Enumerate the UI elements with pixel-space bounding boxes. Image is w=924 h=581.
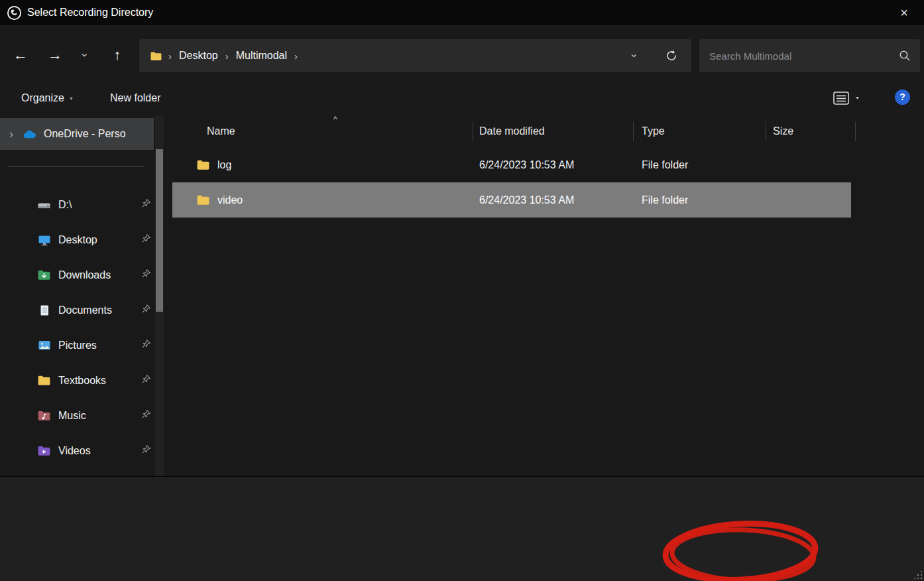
expand-chevron-icon[interactable]: › [9,127,13,141]
downloads-icon [37,269,51,281]
folder-icon [196,194,210,206]
desktop-icon [37,234,51,246]
pin-icon [141,409,151,422]
column-header-name[interactable]: Name [207,125,235,137]
refresh-icon[interactable] [665,49,678,62]
sidebar-item-label: Textbooks [58,375,106,387]
file-name-cell: log [196,159,231,171]
address-dropdown-chevron[interactable]: › [632,50,636,62]
caret-down-icon: ▼ [69,96,74,101]
breadcrumb-separator-icon: › [168,50,172,62]
sidebar-scrollbar-thumb[interactable] [156,149,163,312]
file-row-video[interactable]: video 6/24/2023 10:53 AM File folder [172,182,851,218]
breadcrumb-item-multimodal[interactable]: Multimodal [236,50,287,62]
file-row-log[interactable]: log 6/24/2023 10:53 AM File folder [172,147,924,182]
resize-grip[interactable] [915,572,923,580]
chevron-down-icon: › [628,54,640,57]
sidebar-item-videos[interactable]: Videos [0,433,172,468]
breadcrumb-item-desktop[interactable]: Desktop [179,50,218,62]
view-caret-icon[interactable]: ▼ [855,96,860,100]
pin-icon [141,269,151,281]
sidebar-item-pictures[interactable]: Pictures [0,328,172,363]
organize-button[interactable]: Organize▼ [21,92,74,104]
pin-icon [141,304,151,316]
sidebar-divider [8,166,144,166]
pin-icon [141,444,151,457]
file-name-label: log [217,159,231,171]
search-box [699,39,920,72]
file-date-cell: 6/24/2023 10:53 AM [479,159,574,171]
sidebar-item-documents[interactable]: Documents [0,292,172,328]
sidebar-item-music[interactable]: Music [0,398,172,433]
folder-icon [37,375,51,387]
select-recording-directory-dialog: Select Recording Directory × ← → › ↑ › D… [0,0,924,581]
onedrive-icon [23,128,36,140]
music-icon [37,410,51,422]
column-divider[interactable] [633,121,634,141]
sidebar: › OneDrive - Perso [0,116,172,476]
new-folder-button[interactable]: New folder [110,92,160,104]
titlebar: Select Recording Directory × [0,0,924,25]
recent-locations-chevron[interactable]: › [77,48,93,62]
file-type-cell: File folder [642,159,688,171]
sidebar-item-label: OneDrive - Perso [44,128,126,140]
pin-icon [141,339,151,352]
column-header-size[interactable]: Size [773,125,793,137]
file-date-cell: 6/24/2023 10:53 AM [479,194,574,206]
breadcrumb-separator-icon: › [225,50,229,62]
sidebar-item-textbooks[interactable]: Textbooks [0,363,172,398]
chevron-down-icon: › [78,53,91,57]
drive-icon [37,199,51,211]
file-list-header: ^ Name Date modified Type Size [172,116,924,147]
column-divider[interactable] [473,121,473,141]
command-toolbar: Organize▼ New folder ▼ ? [0,82,924,114]
dialog-content: › OneDrive - Perso [0,116,924,476]
dialog-footer: Folder: Select Folder Cancel [0,476,924,581]
file-list: ^ Name Date modified Type Size log 6/24/… [172,116,924,476]
sidebar-item-label: Downloads [58,269,111,281]
sort-ascending-icon: ^ [333,115,337,124]
sidebar-item-label: Pictures [58,340,97,352]
file-name-label: video [217,194,243,206]
breadcrumb-separator-icon: › [294,50,298,62]
column-header-date-modified[interactable]: Date modified [479,125,545,137]
address-bar[interactable]: › Desktop › Multimodal › › [139,39,691,72]
back-button[interactable]: ← [9,46,32,64]
sidebar-item-label: Music [58,410,86,422]
forward-button[interactable]: → [44,46,66,64]
sidebar-item-d-drive[interactable]: D:\ [0,187,172,222]
folder-icon [196,159,210,170]
pictures-icon [37,340,51,352]
pin-icon [141,198,151,211]
file-name-cell: video [196,194,243,206]
close-button[interactable]: × [890,5,919,21]
obs-logo-icon [7,5,22,21]
file-type-cell: File folder [642,194,688,206]
folder-icon [150,51,162,61]
navigation-bar: ← → › ↑ › Desktop › Multimodal › › [0,37,924,73]
search-icon[interactable] [899,50,911,62]
sidebar-item-onedrive[interactable]: › OneDrive - Perso [0,118,154,150]
sidebar-item-label: Desktop [58,234,97,246]
videos-icon [37,445,51,457]
window-title: Select Recording Directory [27,7,153,19]
column-header-type[interactable]: Type [642,125,665,137]
search-input[interactable] [699,39,920,72]
sidebar-item-desktop[interactable]: Desktop [0,222,172,257]
sidebar-item-label: Documents [58,304,112,316]
help-button[interactable]: ? [895,90,910,105]
pin-icon [141,233,151,246]
pin-icon [141,374,151,387]
documents-icon [37,304,51,316]
column-divider[interactable] [766,121,766,141]
organize-label: Organize [21,92,64,103]
column-divider[interactable] [855,121,856,141]
sidebar-scrollbar-track[interactable] [155,116,164,476]
sidebar-item-label: Videos [58,445,91,457]
view-details-icon[interactable] [833,90,850,106]
sidebar-item-downloads[interactable]: Downloads [0,257,172,292]
sidebar-item-label: D:\ [58,199,72,211]
sidebar-pinned-items: D:\ Desktop [0,187,172,468]
up-button[interactable]: ↑ [106,46,129,64]
